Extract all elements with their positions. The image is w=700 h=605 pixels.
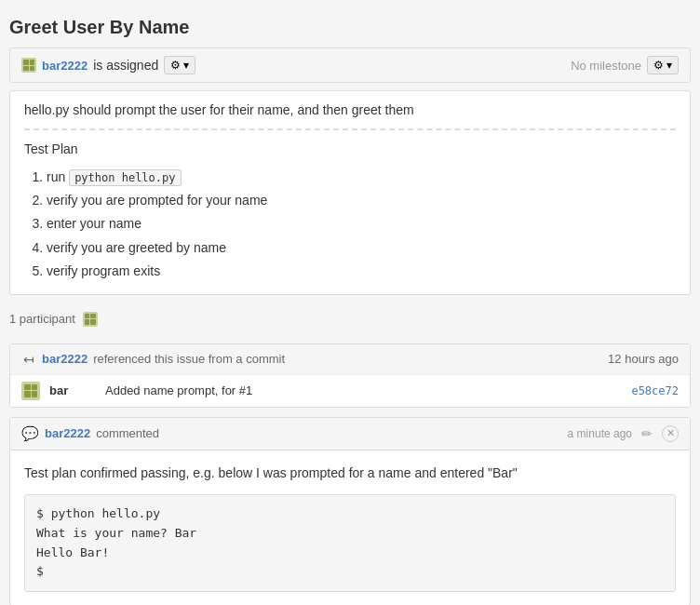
comment-bubble-icon: 💬 bbox=[21, 425, 39, 442]
comment-time: a minute ago bbox=[568, 427, 632, 440]
issue-description: hello.py should prompt the user for thei… bbox=[24, 102, 676, 130]
assignee-link[interactable]: bar2222 bbox=[42, 59, 88, 73]
assignment-right: No milestone ⚙ ▾ bbox=[571, 56, 679, 74]
edit-comment-button[interactable]: ✏ bbox=[639, 426, 654, 441]
merge-icon: ↤ bbox=[21, 352, 36, 367]
comment-text-content: Test plan confirmed passing, e.g. below … bbox=[24, 465, 518, 480]
code-line-3: Hello Bar! bbox=[36, 544, 664, 563]
issue-header: Greet User By Name bbox=[9, 9, 691, 47]
commit-message: Added name prompt, for #1 bbox=[105, 383, 622, 397]
issue-body: hello.py should prompt the user for thei… bbox=[9, 90, 691, 295]
list-item: enter your name bbox=[47, 212, 676, 235]
comment-header-left: 💬 bar2222 commented bbox=[21, 425, 159, 442]
commit-hash-link[interactable]: e58ce72 bbox=[631, 384, 679, 397]
reference-action: referenced this issue from a commit bbox=[93, 352, 285, 366]
run-text-before: run bbox=[47, 169, 69, 184]
test-plan-list: run python hello.py verify you are promp… bbox=[24, 166, 676, 283]
assignment-gear-button[interactable]: ⚙ ▾ bbox=[164, 56, 195, 74]
timeline-reference-item: ↤ bar2222 referenced this issue from a c… bbox=[9, 343, 691, 408]
list-item: verify you are greeted by name bbox=[47, 236, 676, 260]
list-item: verify program exits bbox=[47, 260, 676, 283]
assignee-avatar bbox=[21, 58, 36, 73]
code-block: $ python hello.py What is your name? Bar… bbox=[24, 494, 676, 592]
comment-body: Test plan confirmed passing, e.g. below … bbox=[10, 450, 690, 605]
list-item: run python hello.py bbox=[47, 166, 676, 189]
gear-icon: ⚙ bbox=[170, 59, 181, 72]
page-container: Greet User By Name bar2222 is assigned ⚙… bbox=[9, 9, 691, 605]
assignment-bar: bar2222 is assigned ⚙ ▾ No milestone ⚙ ▾ bbox=[9, 47, 691, 83]
code-line-4: $ bbox=[36, 562, 664, 582]
timeline-header-left: ↤ bar2222 referenced this issue from a c… bbox=[21, 352, 285, 367]
assignment-label: is assigned bbox=[93, 58, 158, 73]
milestone-label: No milestone bbox=[571, 59, 641, 73]
milestone-gear-button[interactable]: ⚙ ▾ bbox=[647, 56, 679, 74]
commit-author: bar bbox=[49, 383, 96, 397]
assignment-left: bar2222 is assigned ⚙ ▾ bbox=[21, 56, 195, 74]
test-plan-title: Test Plan bbox=[24, 141, 676, 156]
comment-header-right: a minute ago ✏ ✕ bbox=[568, 425, 679, 442]
participants-label: 1 participant bbox=[9, 312, 75, 326]
timeline-reference-header: ↤ bar2222 referenced this issue from a c… bbox=[10, 344, 690, 374]
comment-block: 💬 bar2222 commented a minute ago ✏ ✕ Tes… bbox=[9, 417, 691, 605]
reference-time: 12 hours ago bbox=[608, 352, 679, 366]
run-command: python hello.py bbox=[69, 169, 181, 186]
comment-text: Test plan confirmed passing, e.g. below … bbox=[24, 464, 676, 483]
issue-title: Greet User By Name bbox=[9, 17, 189, 38]
gear-dropdown-icon: ▾ bbox=[183, 59, 189, 72]
milestone-gear-icon: ⚙ bbox=[653, 59, 664, 72]
reference-author-link[interactable]: bar2222 bbox=[42, 352, 88, 366]
comment-action: commented bbox=[96, 426, 159, 440]
code-line-1: $ python hello.py bbox=[36, 504, 664, 524]
list-item: verify you are prompted for your name bbox=[47, 189, 676, 212]
comment-header: 💬 bar2222 commented a minute ago ✏ ✕ bbox=[10, 418, 690, 450]
code-line-2: What is your name? Bar bbox=[36, 524, 664, 544]
comment-author-link[interactable]: bar2222 bbox=[45, 426, 90, 440]
participant-avatar bbox=[83, 312, 98, 327]
commit-row: bar Added name prompt, for #1 e58ce72 bbox=[10, 374, 690, 407]
close-comment-button[interactable]: ✕ bbox=[662, 425, 679, 442]
commit-author-avatar bbox=[21, 382, 40, 400]
milestone-dropdown-icon: ▾ bbox=[666, 59, 672, 72]
participants-bar: 1 participant bbox=[9, 304, 691, 334]
